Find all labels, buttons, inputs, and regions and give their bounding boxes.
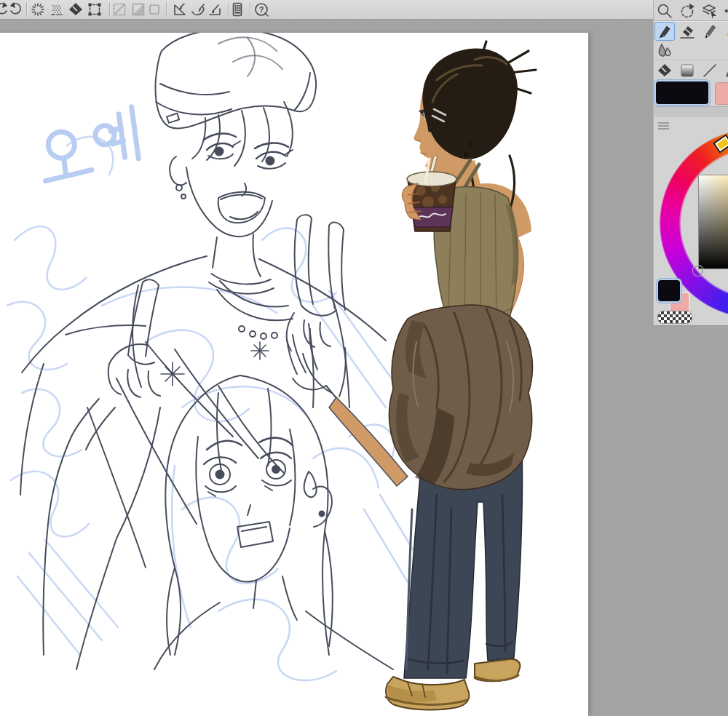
fill-tool-icon[interactable] [654, 61, 675, 80]
secondary-color-swatch[interactable] [715, 82, 728, 105]
water-blend-tool-icon[interactable] [654, 41, 675, 60]
line-tool-icon[interactable] [700, 61, 720, 80]
toolbar-separator [250, 2, 250, 17]
paint-app-window: { "toolbar": { "items": [ {"name": "undo… [0, 0, 728, 716]
toolbar-separator [166, 2, 167, 17]
rotate-canvas-icon[interactable] [677, 1, 697, 20]
help-icon[interactable]: ? [253, 1, 269, 17]
fill-bucket-icon[interactable] [68, 1, 84, 17]
color-wheel-panel [653, 117, 728, 326]
toolbar-separator [228, 2, 229, 17]
curve-pen-tool-icon[interactable] [722, 61, 728, 80]
rectangle-shape-icon [146, 1, 162, 17]
numpad-panel-icon[interactable] [229, 1, 245, 17]
pen-tool-selected[interactable] [654, 22, 675, 41]
panel-menu-icon[interactable] [658, 122, 669, 130]
ruler-curve-icon[interactable] [190, 1, 206, 17]
colored-figure [329, 41, 536, 709]
main-toolbar: ? [0, 0, 653, 20]
redo-icon[interactable] [8, 1, 24, 17]
artwork [0, 33, 588, 716]
toolbar-separator [109, 2, 110, 17]
eraser-tool-icon[interactable] [677, 22, 697, 41]
panel-divider [654, 60, 728, 60]
primary-color-mini-swatch[interactable] [658, 280, 680, 301]
line-shape-icon [111, 1, 127, 17]
gradient-shape-icon [130, 1, 146, 17]
transparency-checker-button[interactable] [657, 311, 692, 324]
move-canvas-icon[interactable] [722, 1, 728, 20]
panel-divider [654, 20, 728, 21]
dither-select-icon[interactable] [49, 1, 65, 17]
blue-underlay-sketch [7, 137, 424, 680]
select-layer-icon[interactable] [700, 1, 720, 20]
primary-color-swatch[interactable] [656, 81, 708, 104]
korean-annotation [36, 107, 142, 181]
sketch-girl-face [154, 329, 393, 669]
zoom-tool-icon[interactable] [654, 1, 675, 20]
marker-tool-icon[interactable] [722, 22, 728, 41]
pencil-tool-icon[interactable] [700, 22, 720, 41]
drawing-canvas[interactable] [0, 33, 588, 716]
svg-text:?: ? [259, 5, 264, 14]
ruler-corner-icon[interactable] [207, 1, 223, 17]
gradient-tool-icon[interactable] [677, 61, 697, 80]
toolbar-separator [26, 2, 27, 17]
panel-gap [653, 107, 728, 117]
saturation-value-box[interactable] [698, 175, 728, 269]
transform-selection-icon[interactable] [87, 1, 103, 17]
sv-marker[interactable] [693, 266, 703, 276]
ruler-angle-icon[interactable] [172, 1, 188, 17]
scatter-select-icon[interactable] [30, 1, 46, 17]
